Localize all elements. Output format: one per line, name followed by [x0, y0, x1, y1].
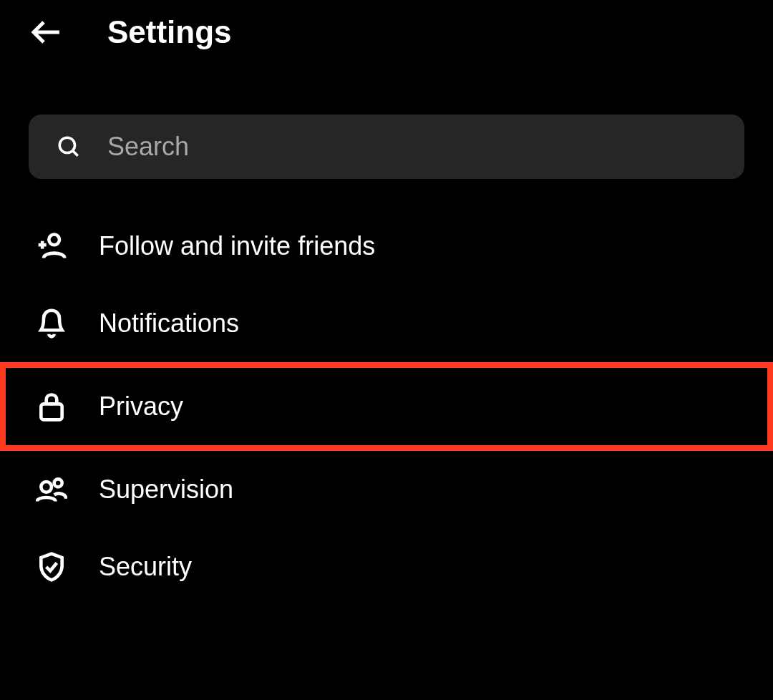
search-input[interactable]	[107, 132, 717, 162]
page-title: Settings	[107, 14, 232, 50]
svg-rect-6	[41, 404, 62, 419]
menu-item-notifications[interactable]: Notifications	[0, 285, 773, 362]
svg-point-7	[41, 482, 52, 492]
arrow-left-icon	[29, 15, 64, 49]
header: Settings	[0, 0, 773, 72]
menu-item-privacy[interactable]: Privacy	[0, 362, 773, 451]
add-person-icon	[36, 230, 67, 262]
search-icon	[56, 134, 82, 160]
menu-item-follow-invite[interactable]: Follow and invite friends	[0, 208, 773, 285]
menu-item-supervision[interactable]: Supervision	[0, 451, 773, 528]
people-icon	[36, 474, 67, 505]
menu-item-label: Security	[99, 552, 192, 582]
back-button[interactable]	[29, 14, 64, 50]
svg-point-3	[49, 235, 59, 246]
svg-line-2	[73, 151, 77, 155]
menu-item-security[interactable]: Security	[0, 528, 773, 606]
bell-icon	[36, 308, 67, 339]
menu-item-label: Supervision	[99, 475, 233, 505]
svg-point-8	[54, 479, 62, 487]
svg-point-1	[59, 137, 74, 152]
menu-item-label: Notifications	[99, 308, 239, 339]
search-bar[interactable]	[29, 115, 744, 179]
menu-item-label: Privacy	[99, 392, 183, 422]
menu-item-label: Follow and invite friends	[99, 231, 375, 261]
lock-icon	[36, 391, 67, 422]
settings-menu: Follow and invite friends Notifications …	[0, 208, 773, 606]
shield-check-icon	[36, 551, 67, 583]
